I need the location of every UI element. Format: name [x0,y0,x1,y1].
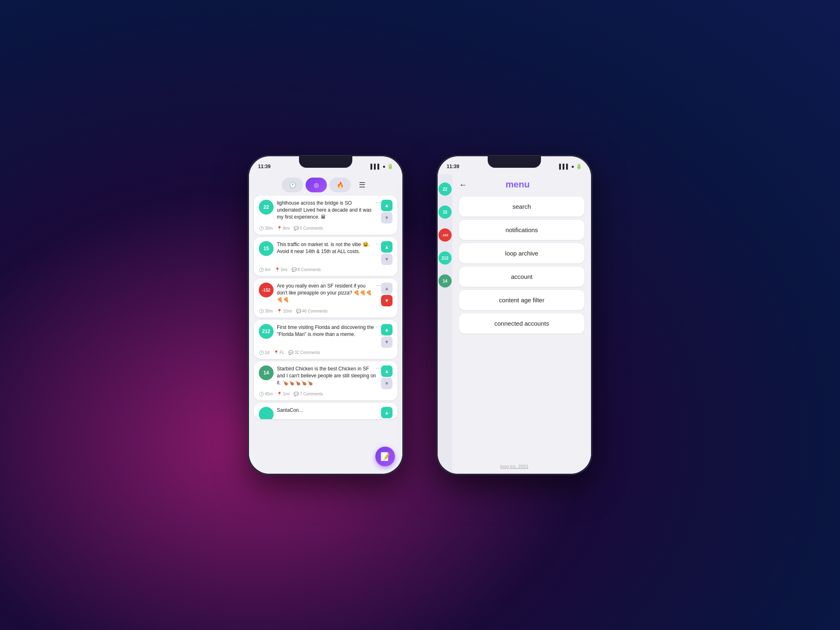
phone-shell-1: 11:39 ▌▌▌ ● 🔋 🕐 ◎ � [248,155,404,475]
post-time-5: 🕐 45m [259,392,273,396]
more-options-icon[interactable]: ··· [376,199,381,206]
vote-badge-2: 15 [259,241,274,256]
vote-controls-1: ▲ ▼ [381,200,393,224]
signal-icons-2: ▌▌▌ ● 🔋 [559,164,582,169]
tab-clock[interactable]: 🕐 [282,178,303,192]
post-meta-5: 🕐 45m 📍 1mi 💬 7 Comments [259,392,393,396]
vote-badge-5: 14 [259,365,274,380]
post-meta-2: 🕐 6m 📍 5mi 💬 8 Comments [259,267,393,272]
feed-list: ··· 22 lighthouse across the bridge is S… [249,196,402,470]
post-item: ··· 14 Starbird Chicken is the best Chic… [254,361,397,400]
hamburger-icon: ☰ [359,180,365,189]
post-item: ··· 212 First time visiting Florida and … [254,320,397,359]
post-time-2: 🕐 6m [259,267,271,272]
post-distance-2: 📍 5mi [275,267,288,272]
downvote-btn-1[interactable]: ▼ [381,212,393,224]
menu-item-loop-archive[interactable]: loop archive [459,243,584,263]
loop-icon: ◎ [314,182,319,188]
post-comments-4[interactable]: 💬 32 Comments [288,350,320,355]
post-text-4: First time visiting Florida and discover… [277,324,376,338]
fire-icon: 🔥 [337,182,344,188]
phone2-content: 22 15 -152 212 14 ← menu search notifica… [438,174,591,474]
side-badge-3: -152 [438,228,452,242]
upvote-btn-6[interactable]: ▲ [381,407,393,418]
post-distance-4: 📍 FL [274,350,284,355]
side-badge-1: 22 [438,183,452,196]
battery-icon: 🔋 [387,164,393,169]
more-options-icon[interactable]: ··· [376,323,381,331]
post-meta-3: 🕐 30m 📍 10mi 💬 46 Comments [259,309,393,313]
menu-item-content-age-filter[interactable]: content age filter [459,290,584,310]
tab-fire[interactable]: 🔥 [329,178,351,192]
post-comments-3[interactable]: 💬 46 Comments [296,309,328,313]
post-time-1: 🕐 30m [259,226,273,231]
menu-item-account[interactable]: account [459,267,584,287]
downvote-btn-4[interactable]: ▼ [381,336,393,348]
battery-icon-2: 🔋 [576,164,582,169]
compose-icon: 📝 [380,452,390,461]
back-button[interactable]: ← [459,180,467,189]
menu-title: menu [474,179,562,190]
post-text-5: Starbird Chicken is the best Chicken in … [277,365,376,386]
vote-controls-2: ▲ ▼ [381,241,393,265]
phone-shell-2: 11:39 ▌▌▌ ● 🔋 22 15 -152 212 14 [436,155,592,475]
post-comments-5[interactable]: 💬 7 Comments [294,392,323,396]
vote-badge-1: 22 [259,200,274,215]
vote-badge-6 [259,407,274,419]
notch-2 [488,156,541,168]
upvote-btn-4[interactable]: ▲ [381,324,393,336]
tab-loop[interactable]: ◎ [306,178,327,192]
vote-controls-3: ▲ ▼ [381,283,393,306]
hamburger-menu-btn[interactable]: ☰ [355,178,370,192]
post-meta-4: 🕐 1d 📍 FL 💬 32 Comments [259,350,393,355]
upvote-btn-2[interactable]: ▲ [381,241,393,253]
more-options-icon[interactable]: ··· [376,240,381,248]
phone-2: 11:39 ▌▌▌ ● 🔋 22 15 -152 212 14 [436,155,592,475]
side-badge-5: 14 [438,274,452,288]
time-2: 11:39 [447,164,459,169]
downvote-btn-5[interactable]: ▼ [381,378,393,389]
signal-icon-2: ▌▌▌ [559,164,570,169]
side-badge-2: 15 [438,205,452,219]
post-meta-1: 🕐 30m 📍 8mi 💬 5 Comments [259,226,393,231]
post-item: ··· 15 This traffic on market st. is not… [254,237,397,276]
post-time-3: 🕐 30m [259,309,273,313]
post-text-1: lighthouse across the bridge is SO under… [277,200,376,220]
notch-1 [299,156,352,168]
post-comments-2[interactable]: 💬 8 Comments [292,267,321,272]
menu-items-list: search notifications loop archive accoun… [438,193,591,459]
post-text-6: SantaCon... [277,407,376,414]
upvote-btn-3[interactable]: ▲ [381,283,393,294]
post-time-4: 🕐 1d [259,350,269,355]
more-options-icon[interactable]: ··· [376,365,381,372]
downvote-btn-2[interactable]: ▼ [381,253,393,265]
post-comments-1[interactable]: 💬 5 Comments [294,226,323,231]
menu-item-search[interactable]: search [459,196,584,217]
phone1-content: 🕐 ◎ 🔥 ☰ ··· [249,174,402,474]
clock-icon: 🕐 [289,182,296,188]
side-badge-4: 212 [438,251,452,265]
post-item: ··· 22 lighthouse across the bridge is S… [254,196,397,235]
post-item: SantaCon... ▲ [254,403,397,419]
menu-item-notifications[interactable]: notifications [459,220,584,240]
downvote-btn-3[interactable]: ▼ [381,295,393,306]
vote-controls-5: ▲ ▼ [381,365,393,389]
time-1: 11:39 [258,164,271,169]
post-distance-5: 📍 1mi [277,392,290,396]
menu-header: ← menu [438,174,591,193]
signal-icons-1: ▌▌▌ ● 🔋 [370,164,393,169]
menu-footer: loop inc. 2021 [438,459,591,474]
compose-fab[interactable]: 📝 [375,447,395,466]
post-distance-3: 📍 10mi [277,309,292,313]
wifi-icon-2: ● [571,164,574,169]
upvote-btn-5[interactable]: ▲ [381,365,393,377]
vote-badge-3: -152 [259,283,274,297]
upvote-btn-1[interactable]: ▲ [381,200,393,211]
post-item: ··· -152 Are you really even an SF resid… [254,278,397,317]
post-distance-1: 📍 8mi [277,226,290,231]
menu-item-connected-accounts[interactable]: connected accounts [459,313,584,333]
phone-1: 11:39 ▌▌▌ ● 🔋 🕐 ◎ � [248,155,404,475]
signal-icon: ▌▌▌ [370,164,381,169]
more-options-icon[interactable]: ··· [376,282,381,289]
vote-controls-4: ▲ ▼ [381,324,393,348]
